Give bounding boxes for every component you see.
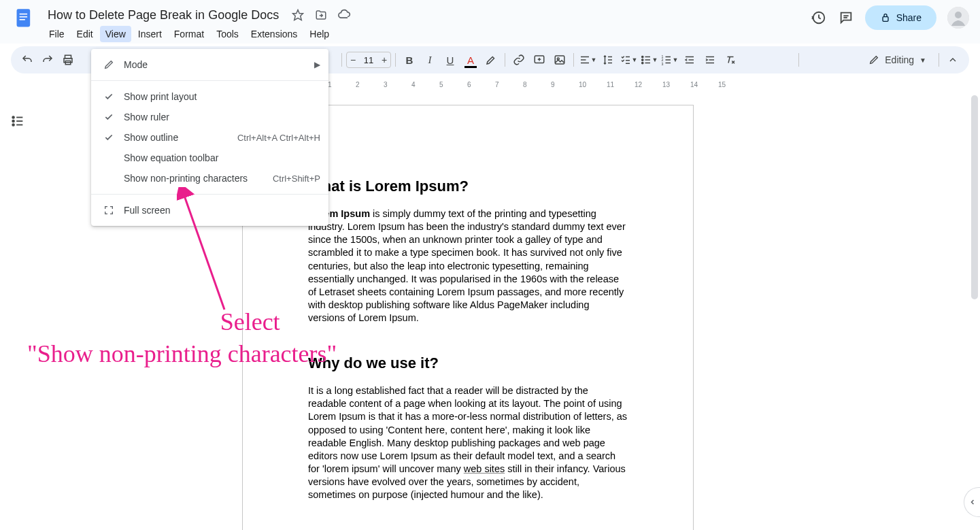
comment-icon[interactable] [838,10,854,26]
font-size-increase[interactable]: + [378,54,390,65]
print-button[interactable] [58,50,78,69]
menu-edit[interactable]: Edit [71,26,99,42]
menu-tools[interactable]: Tools [211,26,244,42]
docs-logo[interactable] [11,5,38,33]
scrollbar-thumb[interactable] [971,95,978,299]
dd-shortcut: Ctrl+Alt+A Ctrl+Alt+H [237,133,320,143]
vertical-scrollbar[interactable] [970,95,979,517]
title-area: How to Delete Page Break in Google Docs … [44,5,811,42]
dd-label: Show ruler [124,112,320,122]
menu-format[interactable]: Format [169,26,209,42]
separator [395,53,396,67]
separator [91,80,328,81]
svg-rect-3 [20,19,25,20]
editing-mode-button[interactable]: Editing ▼ [860,52,934,68]
svg-point-27 [641,56,643,57]
separator [939,53,939,67]
link-button[interactable] [509,50,528,69]
redo-button[interactable] [38,50,57,69]
add-comment-button[interactable] [530,50,549,69]
avatar[interactable] [947,7,969,29]
separator [573,53,574,67]
editing-label: Editing [885,54,914,65]
svg-point-29 [641,62,643,63]
outline-toggle-button[interactable] [5,109,30,133]
outline-sidebar [0,95,35,530]
svg-point-47 [12,124,14,126]
dd-full-screen[interactable]: Full screen [91,200,328,220]
svg-rect-16 [555,56,564,64]
line-spacing-button[interactable] [598,50,618,69]
separator [505,53,505,67]
dd-label: Mode [124,59,314,70]
collapse-toolbar-button[interactable] [943,50,962,69]
check-icon [102,92,116,101]
check-icon [102,133,116,142]
svg-rect-0 [17,9,31,27]
bold-button[interactable]: B [400,50,419,69]
dd-show-outline[interactable]: Show outline Ctrl+Alt+A Ctrl+Alt+H [91,127,328,148]
svg-marker-4 [293,10,303,20]
dd-non-printing[interactable]: Show non-printing characters Ctrl+Shift+… [91,168,328,188]
menu-insert[interactable]: Insert [133,26,167,42]
dd-label: Show outline [124,132,237,143]
text-color-button[interactable]: A [461,50,480,69]
star-icon[interactable] [291,8,305,22]
undo-button[interactable] [18,50,37,69]
svg-text:3: 3 [661,62,663,66]
history-icon[interactable] [811,10,827,26]
dd-equation-toolbar[interactable]: Show equation toolbar [91,148,328,168]
separator [798,53,799,67]
clear-formatting-button[interactable] [721,50,740,69]
heading-2[interactable]: Why do we use it? [308,354,628,372]
dd-label: Full screen [124,205,320,216]
indent-increase-button[interactable] [700,50,720,69]
highlight-button[interactable] [481,50,501,69]
svg-point-28 [641,59,643,61]
paragraph-1[interactable]: Lorem Ipsum is simply dummy text of the … [308,208,628,325]
check-icon [102,112,116,122]
numbered-list-button[interactable]: 123▼ [660,50,679,69]
pencil-icon [102,59,116,70]
svg-point-45 [12,116,14,118]
paragraph-2[interactable]: It is a long established fact that a rea… [308,384,628,501]
underline-button[interactable]: U [441,50,460,69]
menu-help[interactable]: Help [304,26,335,42]
heading-1[interactable]: What is Lorem Ipsum? [308,178,628,195]
menu-bar: File Edit View Insert Format Tools Exten… [44,26,811,42]
view-dropdown: Mode ▶ Show print layout Show ruler Show… [91,49,328,226]
dd-print-layout[interactable]: Show print layout [91,86,328,107]
dd-label: Show non-printing characters [124,173,273,184]
checklist-button[interactable]: ▼ [619,50,638,69]
menu-file[interactable]: File [44,26,70,42]
share-label: Share [896,12,922,23]
svg-rect-1 [20,14,27,15]
bullet-list-button[interactable]: ▼ [639,50,658,69]
underlined-text: web sites [464,463,505,474]
dd-mode[interactable]: Mode ▶ [91,54,328,75]
document-title[interactable]: How to Delete Page Break in Google Docs [44,7,283,24]
separator [91,194,328,195]
share-button[interactable]: Share [865,5,936,30]
svg-rect-7 [883,17,888,22]
menu-extensions[interactable]: Extensions [246,26,303,42]
dd-label: Show print layout [124,91,320,102]
svg-rect-2 [20,16,27,18]
body-text: It is a long established fact that a rea… [308,385,627,474]
svg-point-9 [955,12,962,18]
cloud-icon[interactable] [337,8,351,22]
dd-label: Show equation toolbar [124,152,320,163]
dd-show-ruler[interactable]: Show ruler [91,107,328,127]
font-size-decrease[interactable]: − [347,54,359,65]
font-size-input[interactable] [359,55,378,65]
align-button[interactable]: ▼ [578,50,597,69]
menu-view[interactable]: View [100,26,131,42]
move-icon[interactable] [314,8,328,22]
image-button[interactable] [550,50,569,69]
indent-decrease-button[interactable] [680,50,699,69]
italic-button[interactable]: I [420,50,439,69]
font-size-control[interactable]: − + [346,52,391,68]
header: How to Delete Page Break in Google Docs … [0,0,980,44]
chevron-right-icon: ▶ [314,60,320,69]
fullscreen-icon [102,205,116,216]
